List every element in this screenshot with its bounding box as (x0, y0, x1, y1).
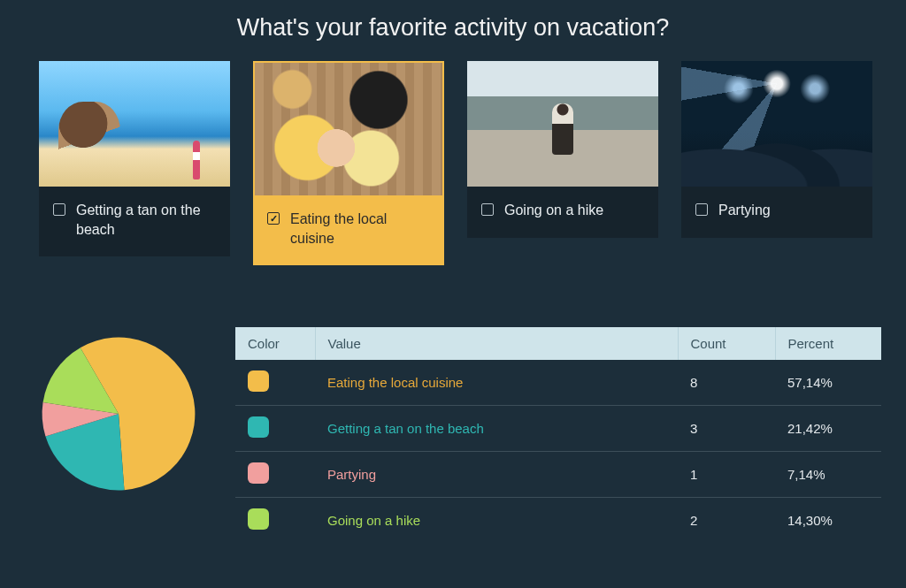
options-row: Getting a tan on the beach✓Eating the lo… (30, 61, 881, 265)
header-color: Color (235, 327, 315, 360)
header-percent: Percent (775, 327, 881, 360)
color-swatch-icon (248, 508, 269, 530)
option-label: Eating the local cuisine (290, 210, 430, 249)
cell-value: Going on a hike (315, 497, 678, 543)
cell-percent: 7,14% (775, 451, 881, 497)
option-caption: Getting a tan on the beach (39, 187, 230, 256)
cell-count: 8 (678, 360, 775, 406)
results-panel: Color Value Count Percent Eating the loc… (25, 327, 881, 543)
cell-percent: 57,14% (775, 360, 881, 406)
color-swatch-icon (248, 462, 269, 484)
pie-chart (39, 334, 198, 493)
question-title: What's your favorite activity on vacatio… (25, 14, 881, 42)
option-thumbnail (681, 61, 872, 187)
option-caption: Going on a hike (467, 187, 658, 238)
pie-chart-container (39, 327, 216, 497)
option-caption: Partying (681, 187, 872, 238)
checkbox-icon[interactable] (53, 203, 65, 216)
option-card-2[interactable]: Going on a hike (467, 61, 658, 238)
cell-color (235, 451, 315, 497)
results-row: Eating the local cuisine857,14% (235, 360, 881, 406)
option-thumbnail (39, 61, 230, 187)
results-row: Going on a hike214,30% (235, 497, 881, 543)
option-card-3[interactable]: Partying (681, 61, 872, 238)
results-row: Getting a tan on the beach321,42% (235, 405, 881, 451)
option-card-1[interactable]: ✓Eating the local cuisine (253, 61, 444, 265)
results-table-header-row: Color Value Count Percent (235, 327, 881, 360)
cell-count: 3 (678, 405, 775, 451)
cell-value: Getting a tan on the beach (315, 405, 678, 451)
header-count: Count (678, 327, 775, 360)
cell-count: 1 (678, 451, 775, 497)
results-row: Partying17,14% (235, 451, 881, 497)
checkbox-icon[interactable] (481, 203, 494, 216)
cell-color (235, 405, 315, 451)
cell-color (235, 360, 315, 406)
cell-percent: 21,42% (775, 405, 881, 451)
results-table: Color Value Count Percent Eating the loc… (235, 327, 881, 543)
option-thumbnail (467, 61, 658, 187)
cell-value: Eating the local cuisine (315, 360, 678, 406)
option-label: Going on a hike (504, 201, 603, 220)
cell-count: 2 (678, 497, 775, 543)
cell-percent: 14,30% (775, 497, 881, 543)
option-caption: ✓Eating the local cuisine (253, 195, 444, 265)
option-thumbnail (253, 61, 444, 195)
cell-color (235, 497, 315, 543)
checkbox-checked-icon[interactable]: ✓ (267, 212, 280, 225)
header-value: Value (315, 327, 678, 360)
option-label: Getting a tan on the beach (76, 201, 216, 241)
color-swatch-icon (248, 416, 269, 438)
cell-value: Partying (315, 451, 678, 497)
option-label: Partying (718, 201, 771, 220)
color-swatch-icon (248, 370, 269, 392)
checkbox-icon[interactable] (695, 203, 708, 216)
option-card-0[interactable]: Getting a tan on the beach (39, 61, 230, 256)
